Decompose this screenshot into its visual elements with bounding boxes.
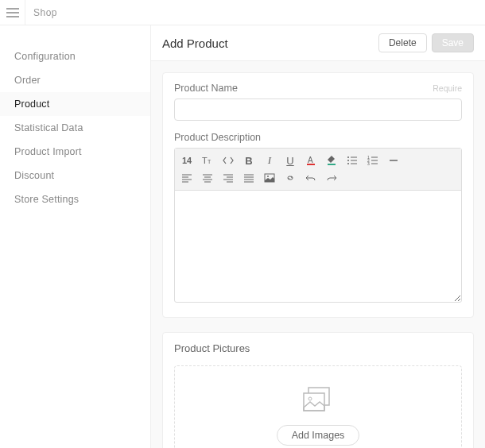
sidebar-item-product[interactable]: Product xyxy=(0,92,150,116)
sidebar-item-configuration[interactable]: Configuration xyxy=(0,44,150,68)
undo-tool[interactable] xyxy=(304,171,318,185)
bold-tool[interactable]: B xyxy=(242,153,256,168)
rich-text-editor: 14 TT B I U A xyxy=(174,148,462,303)
svg-point-12 xyxy=(267,176,269,177)
align-left-icon xyxy=(181,172,192,183)
redo-icon xyxy=(326,172,337,183)
svg-text:T: T xyxy=(208,159,211,164)
ordered-list-icon: 123 xyxy=(367,155,378,166)
sidebar-item-store-settings[interactable]: Store Settings xyxy=(0,187,150,211)
svg-rect-4 xyxy=(328,164,336,165)
undo-icon xyxy=(305,172,316,183)
link-icon xyxy=(285,172,296,183)
text-format-tool[interactable]: TT xyxy=(200,153,215,168)
svg-rect-14 xyxy=(304,393,324,411)
sidebar-item-statistical-data[interactable]: Statistical Data xyxy=(0,116,150,140)
svg-text:A: A xyxy=(308,156,313,164)
link-tool[interactable] xyxy=(283,171,297,185)
font-size-tool[interactable]: 14 xyxy=(180,153,194,168)
image-icon xyxy=(264,172,275,183)
pictures-title: Product Pictures xyxy=(174,342,462,354)
hamburger-icon xyxy=(6,8,19,17)
fill-color-icon xyxy=(326,155,337,166)
code-icon xyxy=(223,155,234,166)
svg-point-5 xyxy=(347,156,349,158)
code-tool[interactable] xyxy=(221,153,235,168)
product-pictures-card: Product Pictures Add Images xyxy=(162,332,474,448)
svg-point-6 xyxy=(347,160,349,161)
sidebar-item-product-import[interactable]: Product Import xyxy=(0,140,150,164)
text-color-tool[interactable]: A xyxy=(304,153,318,168)
delete-button[interactable]: Delete xyxy=(378,33,427,52)
unordered-list-tool[interactable] xyxy=(345,153,359,168)
product-name-input[interactable] xyxy=(174,98,462,121)
align-right-tool[interactable] xyxy=(221,171,235,185)
svg-text:3: 3 xyxy=(367,161,370,166)
svg-point-7 xyxy=(347,163,349,164)
brand-label: Shop xyxy=(25,7,65,18)
description-textarea[interactable] xyxy=(175,191,461,302)
text-color-icon: A xyxy=(305,155,316,166)
align-justify-tool[interactable] xyxy=(242,171,256,185)
editor-toolbar: 14 TT B I U A xyxy=(175,149,461,191)
save-button[interactable]: Save xyxy=(432,33,474,52)
product-name-label: Product Name xyxy=(174,83,433,94)
sidebar: Configuration Order Product Statistical … xyxy=(0,25,151,448)
add-images-button[interactable]: Add Images xyxy=(277,425,360,446)
hamburger-menu-button[interactable] xyxy=(0,0,25,25)
svg-text:T: T xyxy=(202,156,208,165)
sidebar-item-order[interactable]: Order xyxy=(0,68,150,92)
text-format-icon: TT xyxy=(202,155,213,166)
fill-color-tool[interactable] xyxy=(324,153,339,168)
product-description-label: Product Description xyxy=(174,132,462,143)
align-center-icon xyxy=(202,172,213,183)
svg-rect-3 xyxy=(307,164,315,165)
align-left-tool[interactable] xyxy=(180,171,194,185)
ordered-list-tool[interactable]: 123 xyxy=(366,153,380,168)
image-tool[interactable] xyxy=(262,171,277,185)
image-dropzone[interactable]: Add Images xyxy=(174,365,462,448)
page-title: Add Product xyxy=(162,37,374,50)
align-center-tool[interactable] xyxy=(200,171,215,185)
images-placeholder-icon xyxy=(302,387,334,414)
italic-tool[interactable]: I xyxy=(262,153,277,168)
required-hint: Require xyxy=(433,83,462,93)
align-right-icon xyxy=(223,172,234,183)
horizontal-rule-tool[interactable] xyxy=(386,153,401,168)
minus-icon xyxy=(388,155,399,166)
sidebar-item-discount[interactable]: Discount xyxy=(0,164,150,187)
align-justify-icon xyxy=(243,172,254,183)
product-details-card: Product Name Require Product Description… xyxy=(162,72,474,318)
underline-tool[interactable]: U xyxy=(283,153,297,168)
unordered-list-icon xyxy=(347,155,358,166)
redo-tool[interactable] xyxy=(324,171,339,185)
